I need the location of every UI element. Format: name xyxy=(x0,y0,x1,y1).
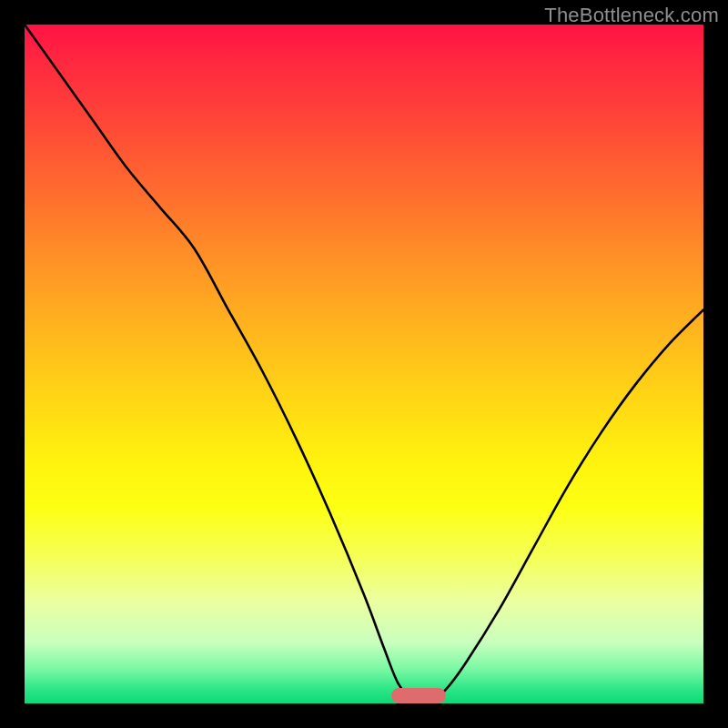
plot-area xyxy=(25,25,703,703)
chart-frame: TheBottleneck.com xyxy=(0,0,728,728)
bottleneck-curve xyxy=(25,25,703,703)
optimal-range-marker xyxy=(391,688,446,703)
